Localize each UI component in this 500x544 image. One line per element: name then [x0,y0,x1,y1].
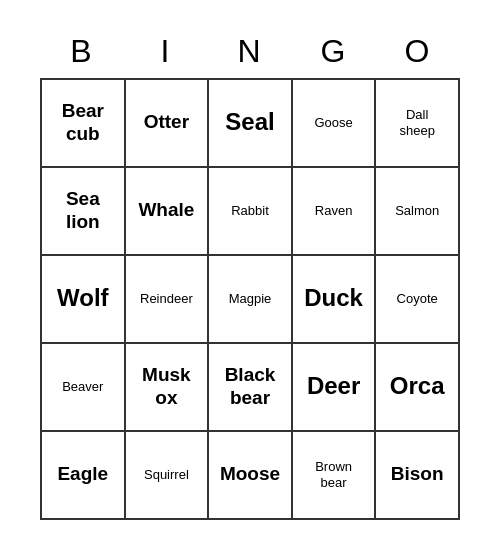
cell-row2-col2: Magpie [209,256,293,344]
cell-row1-col2: Rabbit [209,168,293,256]
cell-row1-col1: Whale [126,168,210,256]
cell-row4-col2: Moose [209,432,293,520]
cell-row0-col0: Bearcub [42,80,126,168]
header-letter-O: O [376,25,460,78]
cell-text-row2-col2: Magpie [229,291,272,307]
cell-text-row2-col1: Reindeer [140,291,193,307]
cell-text-row3-col0: Beaver [62,379,103,395]
cell-text-row2-col0: Wolf [57,284,109,313]
cell-row3-col3: Deer [293,344,377,432]
cell-text-row1-col2: Rabbit [231,203,269,219]
cell-text-row3-col2: Blackbear [225,364,276,410]
cell-text-row2-col3: Duck [304,284,363,313]
cell-row0-col3: Goose [293,80,377,168]
cell-row4-col1: Squirrel [126,432,210,520]
cell-text-row0-col0: Bearcub [62,100,104,146]
cell-text-row2-col4: Coyote [397,291,438,307]
cell-row0-col1: Otter [126,80,210,168]
cell-row4-col0: Eagle [42,432,126,520]
header-letter-B: B [40,25,124,78]
cell-row3-col1: Muskox [126,344,210,432]
cell-row3-col4: Orca [376,344,460,432]
cell-row0-col2: Seal [209,80,293,168]
cell-row2-col1: Reindeer [126,256,210,344]
cell-row3-col2: Blackbear [209,344,293,432]
cell-row2-col4: Coyote [376,256,460,344]
cell-row1-col0: Sealion [42,168,126,256]
cell-row1-col4: Salmon [376,168,460,256]
cell-row0-col4: Dallsheep [376,80,460,168]
cell-text-row3-col4: Orca [390,372,445,401]
header-letter-I: I [124,25,208,78]
cell-text-row0-col3: Goose [314,115,352,131]
cell-text-row3-col3: Deer [307,372,360,401]
bingo-grid: BearcubOtterSealGooseDallsheepSealionWha… [40,78,460,520]
cell-row1-col3: Raven [293,168,377,256]
cell-text-row0-col2: Seal [225,108,274,137]
header-letter-N: N [208,25,292,78]
cell-text-row3-col1: Muskox [142,364,191,410]
cell-row2-col0: Wolf [42,256,126,344]
cell-row3-col0: Beaver [42,344,126,432]
cell-text-row1-col3: Raven [315,203,353,219]
header-letter-G: G [292,25,376,78]
bingo-header: BINGO [40,25,460,78]
cell-text-row4-col0: Eagle [57,463,108,486]
cell-text-row1-col4: Salmon [395,203,439,219]
cell-row2-col3: Duck [293,256,377,344]
bingo-card: BINGO BearcubOtterSealGooseDallsheepSeal… [20,5,480,540]
cell-text-row1-col0: Sealion [66,188,100,234]
cell-row4-col4: Bison [376,432,460,520]
cell-text-row4-col3: Brownbear [315,459,352,490]
cell-text-row4-col4: Bison [391,463,444,486]
cell-text-row0-col1: Otter [144,111,189,134]
cell-text-row4-col2: Moose [220,463,280,486]
cell-text-row0-col4: Dallsheep [399,107,434,138]
cell-row4-col3: Brownbear [293,432,377,520]
cell-text-row4-col1: Squirrel [144,467,189,483]
cell-text-row1-col1: Whale [138,199,194,222]
